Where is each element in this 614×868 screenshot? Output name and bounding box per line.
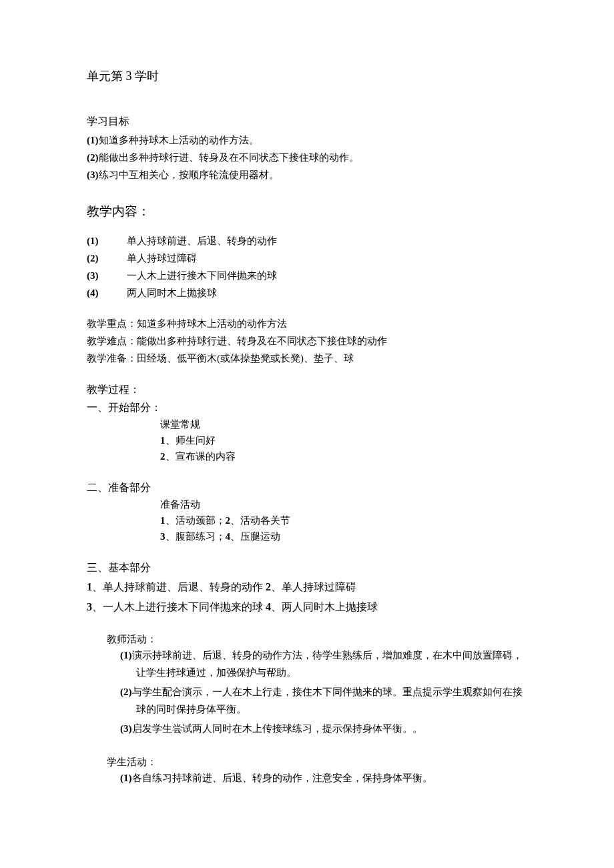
prep-label: 教学准备： xyxy=(87,353,137,364)
line-text: 、两人同时木上抛接球 xyxy=(271,601,378,612)
part1-sub: 课堂常规 xyxy=(160,416,527,432)
teacher-item: (3)启发学生尝试两人同时在木上传接球练习，提示保持身体平衡。。 xyxy=(120,721,527,738)
line-marker: 4 xyxy=(226,531,231,542)
line-marker: 3 xyxy=(87,601,92,612)
goal-text: 练习中互相关心，按顺序轮流使用器材。 xyxy=(99,169,279,180)
line-text: 、活动各关节 xyxy=(230,515,290,526)
line-marker: 1 xyxy=(160,515,166,526)
goals-heading: 学习目标 xyxy=(87,113,527,130)
goal-text: 能做出多种持球行进、转身及在不同状态下接住球的动作。 xyxy=(99,152,359,163)
line-marker: 1 xyxy=(87,581,92,592)
part1-item: 1、师生问好 xyxy=(160,432,527,448)
student-heading: 学生活动： xyxy=(107,754,527,770)
content-marker: (4) xyxy=(87,285,107,301)
teacher-text: 演示持球前进、后退、转身的动作方法，待学生熟练后，增加难度，在木中间放置障碍，让… xyxy=(132,650,523,678)
teacher-text: 与学生配合演示，一人在木上行走，接住木下同伴抛来的球。重点提示学生观察如何在接球… xyxy=(132,687,523,715)
teacher-item: (2)与学生配合演示，一人在木上行走，接住木下同伴抛来的球。重点提示学生观察如何… xyxy=(120,684,527,718)
content-item: (3)一人木上进行接木下同伴抛来的球 xyxy=(87,268,527,284)
item-marker: 2 xyxy=(160,451,166,462)
content-text: 一人木上进行接木下同伴抛来的球 xyxy=(127,270,277,281)
focus-label: 教学重点： xyxy=(87,318,137,329)
page-title: 单元第 3 学时 xyxy=(87,67,527,86)
teacher-marker: (2) xyxy=(120,687,132,697)
goal-marker: (3) xyxy=(87,169,99,180)
content-marker: (1) xyxy=(87,233,107,249)
goal-item: (2)能做出多种持球行进、转身及在不同状态下接住球的动作。 xyxy=(87,149,527,165)
part3-line: 3、一人木上进行接木下同伴抛来的球 4、两人同时木上抛接球 xyxy=(87,598,527,616)
teacher-marker: (1) xyxy=(120,650,132,661)
student-marker: (1) xyxy=(120,773,132,783)
content-marker: (2) xyxy=(87,250,107,266)
content-item: (4)两人同时木上抛接球 xyxy=(87,285,527,301)
teacher-heading: 教师活动： xyxy=(107,631,527,647)
line-text: 、腹部练习； xyxy=(166,531,226,542)
part2-line: 3、腹部练习；4、压腿运动 xyxy=(160,528,527,544)
line-text: 、活动颈部； xyxy=(166,515,226,526)
focus-line: 教学重点：知道多种持球木上活动的动作方法 xyxy=(87,316,527,332)
student-item: (1)各自练习持球前进、后退、转身的动作，注意安全，保持身体平衡。 xyxy=(120,770,527,786)
content-text: 单人持球过障碍 xyxy=(127,253,197,264)
line-marker: 3 xyxy=(160,531,166,542)
part1-item: 2、宣布课的内容 xyxy=(160,448,527,464)
difficulty-line: 教学难点：能做出多种持球行进、转身及在不同状态下接住球的动作 xyxy=(87,333,527,349)
part3-line: 1、单人持球前进、后退、转身的动作 2、单人持球过障碍 xyxy=(87,578,527,596)
goal-item: (1)知道多种持球木上活动的动作方法。 xyxy=(87,132,527,148)
goal-text: 知道多种持球木上活动的动作方法。 xyxy=(99,135,259,145)
difficulty-text: 能做出多种持球行进、转身及在不同状态下接住球的动作 xyxy=(137,336,387,346)
line-marker: 4 xyxy=(266,601,271,612)
difficulty-label: 教学难点： xyxy=(87,336,137,346)
line-text: 、单人持球过障碍 xyxy=(271,581,356,592)
goal-item: (3)练习中互相关心，按顺序轮流使用器材。 xyxy=(87,167,527,183)
part2-heading: 二、准备部分 xyxy=(87,479,527,496)
line-text: 、压腿运动 xyxy=(230,531,280,542)
content-text: 两人同时木上抛接球 xyxy=(127,288,217,298)
process-heading: 教学过程： xyxy=(87,381,527,398)
teacher-text: 启发学生尝试两人同时在木上传接球练习，提示保持身体平衡。。 xyxy=(132,723,422,734)
content-marker: (3) xyxy=(87,268,107,284)
teacher-item: (1)演示持球前进、后退、转身的动作方法，待学生熟练后，增加难度，在木中间放置障… xyxy=(120,647,527,681)
part2-line: 1、活动颈部；2、活动各关节 xyxy=(160,512,527,528)
content-text: 单人持球前进、后退、转身的动作 xyxy=(127,236,277,246)
item-text: 、师生问好 xyxy=(166,435,216,446)
focus-text: 知道多种持球木上活动的动作方法 xyxy=(137,318,287,329)
content-heading: 教学内容： xyxy=(87,201,527,222)
prep-line: 教学准备：田经场、低平衡木(或体操垫凳或长凳)、垫子、球 xyxy=(87,350,527,366)
line-text: 、单人持球前进、后退、转身的动作 xyxy=(92,581,266,592)
prep-text: 田经场、低平衡木(或体操垫凳或长凳)、垫子、球 xyxy=(137,353,354,364)
line-text: 、一人木上进行接木下同伴抛来的球 xyxy=(92,601,266,612)
part2-sub: 准备活动 xyxy=(160,496,527,512)
student-text: 各自练习持球前进、后退、转身的动作，注意安全，保持身体平衡。 xyxy=(132,773,432,783)
part3-heading: 三、基本部分 xyxy=(87,559,527,576)
goal-marker: (2) xyxy=(87,152,99,163)
item-text: 、宣布课的内容 xyxy=(166,451,236,462)
goal-marker: (1) xyxy=(87,135,99,145)
content-item: (2)单人持球过障碍 xyxy=(87,250,527,266)
content-list: (1)单人持球前进、后退、转身的动作 (2)单人持球过障碍 (3)一人木上进行接… xyxy=(87,233,527,301)
emphasis-block: 教学重点：知道多种持球木上活动的动作方法 教学难点：能做出多种持球行进、转身及在… xyxy=(87,316,527,366)
part1-heading: 一、开始部分： xyxy=(87,399,527,416)
line-marker: 2 xyxy=(266,581,271,592)
teacher-marker: (3) xyxy=(120,723,132,734)
item-marker: 1 xyxy=(160,435,166,446)
content-item: (1)单人持球前进、后退、转身的动作 xyxy=(87,233,527,249)
line-marker: 2 xyxy=(226,515,231,526)
